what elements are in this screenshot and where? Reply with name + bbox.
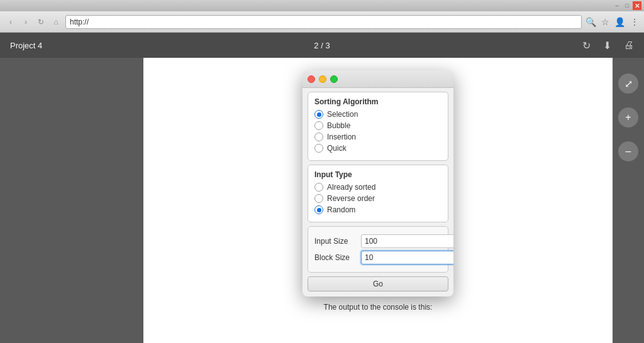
radio-label-quick: Quick [327,144,347,153]
input-size-row: Input Size [314,234,441,248]
radio-label-bubble: Bubble [327,121,350,130]
radio-bubble[interactable]: Bubble [314,121,441,130]
forward-button[interactable]: › [20,16,31,28]
toolbar-print-icon[interactable]: 🖨 [624,40,634,52]
block-size-label: Block Size [314,253,357,262]
input-type-section: Input Type Already sorted Reverse order … [308,165,448,222]
radio-btn-insertion[interactable] [314,133,323,141]
output-text: The output to the console is this: [311,303,445,312]
dialog-maximize-button[interactable] [330,75,338,83]
dialog-titlebar [303,70,453,88]
refresh-nav-button[interactable]: ↻ [35,16,47,28]
browser-window-controls: – □ ✕ [0,0,644,11]
home-button[interactable]: ⌂ [50,16,62,28]
app-title: Project 4 [10,41,42,50]
radio-insertion[interactable]: Insertion [314,133,441,141]
radio-label-random: Random [327,205,355,214]
radio-reverse-order[interactable]: Reverse order [314,194,441,203]
radio-already-sorted[interactable]: Already sorted [314,183,441,192]
bookmark-icon[interactable]: ☆ [601,17,609,27]
toolbar-refresh-icon[interactable]: ↻ [582,40,591,52]
radio-btn-random[interactable] [314,205,323,214]
main-content: Sorting Algorithm Selection Bubble Inser… [0,58,644,343]
input-size-field[interactable] [361,234,453,248]
input-fields-section: Input Size Block Size [308,226,448,273]
dialog-window: Sorting Algorithm Selection Bubble Inser… [303,70,453,297]
dialog-close-button[interactable] [308,75,315,83]
search-icon[interactable]: 🔍 [586,17,596,27]
input-size-label: Input Size [314,237,357,246]
right-sidebar: ⤢ + – [613,58,644,343]
toolbar-actions: ↻ ⬇ 🖨 [582,40,634,52]
page-indicator: 2 / 3 [314,41,330,50]
radio-label-selection: Selection [327,110,358,119]
zoom-in-button[interactable]: + [618,107,638,128]
radio-btn-selection[interactable] [314,110,323,119]
radio-selection[interactable]: Selection [314,110,441,119]
close-button[interactable]: ✕ [633,1,641,10]
radio-quick[interactable]: Quick [314,144,441,153]
radio-random[interactable]: Random [314,205,441,214]
radio-label-reverse-order: Reverse order [327,194,375,203]
account-icon[interactable]: 👤 [614,17,625,27]
go-button[interactable]: Go [308,276,448,291]
back-button[interactable]: ‹ [5,16,16,28]
radio-btn-quick[interactable] [314,144,323,153]
menu-icon[interactable]: ⋮ [630,17,639,27]
input-type-label: Input Type [314,170,441,179]
zoom-out-button[interactable]: – [618,141,638,161]
browser-nav-bar: ‹ › ↻ ⌂ http:// 🔍 ☆ 👤 ⋮ [0,11,644,33]
left-sidebar [0,58,143,343]
minimize-button[interactable]: – [613,1,621,10]
radio-label-insertion: Insertion [327,133,356,141]
radio-btn-already-sorted[interactable] [314,183,323,192]
go-button-section: Go [308,276,448,291]
dialog-minimize-button[interactable] [319,75,326,83]
app-toolbar: Project 4 2 / 3 ↻ ⬇ 🖨 [0,33,644,58]
radio-btn-reverse-order[interactable] [314,194,323,203]
address-bar[interactable]: http:// [65,15,582,29]
block-size-row: Block Size [314,251,441,264]
block-size-field[interactable] [361,251,453,264]
expand-button[interactable]: ⤢ [618,74,638,94]
sorting-algorithm-section: Sorting Algorithm Selection Bubble Inser… [308,92,448,161]
radio-btn-bubble[interactable] [314,121,323,130]
maximize-button[interactable]: □ [623,1,631,10]
toolbar-download-icon[interactable]: ⬇ [603,40,611,52]
sorting-algorithm-label: Sorting Algorithm [314,97,441,106]
page-area: Sorting Algorithm Selection Bubble Inser… [143,58,613,343]
radio-label-already-sorted: Already sorted [327,183,375,192]
